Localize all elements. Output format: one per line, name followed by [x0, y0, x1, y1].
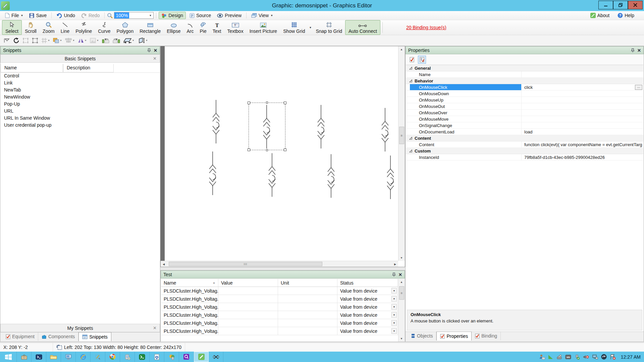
tab-snippets[interactable]: Snippets: [78, 332, 111, 341]
clock[interactable]: 12:27 AM: [619, 354, 641, 360]
storage-device-icon[interactable]: [556, 354, 562, 360]
list-item[interactable]: NewTab: [1, 87, 160, 94]
redo-button[interactable]: Redo: [79, 12, 102, 19]
green-flag-icon[interactable]: [548, 354, 553, 359]
canvas-horizontal-scrollbar[interactable]: ◀ III ▶: [161, 261, 398, 267]
close-icon[interactable]: ✕: [637, 48, 641, 53]
property-row[interactable]: InstanceId 79fb8a5f-d1cb-43ec-b985-29900…: [406, 154, 643, 161]
start-button[interactable]: [0, 352, 17, 362]
tab-objects[interactable]: Objects: [408, 332, 436, 340]
rectangle-tool-button[interactable]: Rectangle: [137, 20, 164, 35]
network-icon[interactable]: [592, 354, 598, 360]
list-item[interactable]: Control: [1, 73, 160, 80]
show-grid-dropdown[interactable]: ▼: [308, 20, 313, 35]
shear-icon[interactable]: ▼: [122, 37, 136, 45]
grid-options-icon[interactable]: ▼: [40, 37, 51, 45]
line-tool-button[interactable]: Line: [58, 20, 72, 35]
property-group[interactable]: Custom: [406, 148, 643, 154]
pin-icon[interactable]: [631, 48, 635, 53]
taskbar-app-graphics-editor[interactable]: [194, 352, 209, 362]
property-row[interactable]: Content function click(evt){ var compone…: [406, 141, 643, 148]
scrollbar-thumb[interactable]: ≡: [399, 127, 404, 144]
polygon-tool-button[interactable]: Polygon: [114, 20, 137, 35]
disconnector-symbol[interactable]: [266, 153, 278, 197]
canvas-vertical-scrollbar[interactable]: ▲ ≡ ▼: [398, 46, 405, 261]
property-row[interactable]: OnMouseOut: [406, 103, 643, 110]
disconnector-symbol[interactable]: [384, 156, 396, 199]
align-icon[interactable]: ▼: [64, 37, 76, 45]
my-snippets-group-header[interactable]: My Snippets ✕: [0, 324, 160, 332]
taskbar-app-green-terminal[interactable]: [135, 352, 150, 362]
all-properties-view-button[interactable]: [418, 56, 426, 64]
table-row[interactable]: PLSDCluster.High_Voltag... Value from de…: [161, 311, 398, 319]
column-header-status[interactable]: Status: [337, 279, 398, 287]
table-row[interactable]: PLSDCluster.High_Voltag... Value from de…: [161, 287, 398, 295]
about-button[interactable]: About: [588, 12, 612, 19]
user-session-icon[interactable]: [539, 354, 545, 360]
pin-icon[interactable]: [147, 48, 151, 53]
taskbar-app-system-tool[interactable]: [164, 352, 179, 362]
scrollbar-thumb[interactable]: ≡: [399, 286, 404, 300]
source-tab-button[interactable]: Source: [187, 12, 213, 19]
drawing-canvas[interactable]: ▲ ≡ ▼ ◀ III ▶: [160, 46, 405, 267]
categorized-view-button[interactable]: [408, 56, 416, 64]
binding-issues-link[interactable]: 20 Binding Issue(s): [406, 20, 446, 35]
tab-components[interactable]: Components: [38, 333, 78, 341]
file-menu[interactable]: File▼: [3, 12, 25, 19]
taskbar-app-device-manager[interactable]: [120, 352, 135, 362]
basic-snippets-group-header[interactable]: Basic Snippets ✕: [0, 54, 160, 63]
action-center-icon[interactable]: [610, 354, 616, 360]
pointer-pin-icon[interactable]: [3, 37, 11, 45]
select-tool-button[interactable]: Select: [2, 20, 22, 35]
scroll-tool-button[interactable]: Scroll: [22, 20, 40, 35]
property-row[interactable]: Name: [406, 71, 643, 78]
taskbar-app-snipping-tool[interactable]: [91, 352, 105, 362]
taskbar-app-powershell[interactable]: [32, 352, 46, 362]
zoom-level-combobox[interactable]: 100% ▼: [114, 12, 154, 19]
view-menu[interactable]: View▼: [249, 12, 275, 19]
taskbar-app-file-explorer[interactable]: [46, 352, 61, 362]
scroll-up-icon[interactable]: ▲: [398, 279, 405, 285]
property-group[interactable]: Behavior: [406, 78, 643, 84]
disconnector-symbol[interactable]: [315, 105, 327, 148]
image-tools-icon[interactable]: ▼: [89, 37, 100, 45]
ellipsis-button[interactable]: ...: [635, 85, 642, 90]
taskbar-app-server-manager[interactable]: [17, 352, 32, 362]
help-button[interactable]: ? Help: [615, 12, 637, 19]
column-header-unit[interactable]: Unit: [278, 279, 337, 287]
property-group[interactable]: General: [406, 65, 643, 71]
column-header-description[interactable]: Description: [63, 64, 114, 72]
polyline-tool-button[interactable]: Polyline: [72, 20, 95, 35]
flip-vertical-icon[interactable]: ▼: [136, 37, 149, 45]
scroll-down-icon[interactable]: ▼: [398, 336, 405, 342]
vmware-icon[interactable]: vm: [565, 355, 571, 359]
chevron-down-icon[interactable]: ▼: [391, 328, 397, 334]
select-nodes-icon[interactable]: [31, 37, 40, 45]
snap-to-grid-button[interactable]: Snap to Grid: [313, 20, 345, 35]
close-icon[interactable]: ✕: [154, 48, 157, 53]
resize-handle[interactable]: [248, 102, 250, 104]
taskbar-app-blue-doc[interactable]: [150, 352, 164, 362]
text-tool-button[interactable]: T Text: [210, 20, 224, 35]
table-row[interactable]: PLSDCluster.High_Voltag... Value from de…: [161, 303, 398, 311]
property-row-selected[interactable]: OnMouseClick click ...: [406, 84, 643, 90]
property-row[interactable]: OnMouseUp: [406, 97, 643, 103]
resize-handle[interactable]: [248, 148, 250, 151]
save-button[interactable]: Save: [27, 12, 49, 19]
undo-button[interactable]: Undo: [54, 12, 77, 19]
resize-handle[interactable]: [266, 102, 268, 104]
volume-muted-icon[interactable]: [583, 354, 589, 360]
close-icon[interactable]: ✕: [153, 325, 157, 330]
table-row[interactable]: PLSDCluster.High_Voltag... Value from de…: [161, 319, 398, 327]
taskbar-app-chrome[interactable]: [105, 352, 120, 362]
scroll-right-icon[interactable]: ▶: [392, 261, 398, 267]
list-item[interactable]: Link: [1, 80, 160, 87]
chevron-down-icon[interactable]: ▼: [391, 304, 397, 310]
table-row[interactable]: PLSDCluster.High_Voltag... Value from de…: [161, 327, 398, 335]
scroll-left-icon[interactable]: ◀: [161, 261, 167, 267]
rotate-left-icon[interactable]: [101, 37, 111, 45]
disconnector-symbol[interactable]: [379, 108, 391, 152]
curve-tool-button[interactable]: Curve: [95, 20, 113, 35]
usb-check-icon[interactable]: [574, 354, 580, 360]
chevron-down-icon[interactable]: ▼: [391, 296, 397, 302]
